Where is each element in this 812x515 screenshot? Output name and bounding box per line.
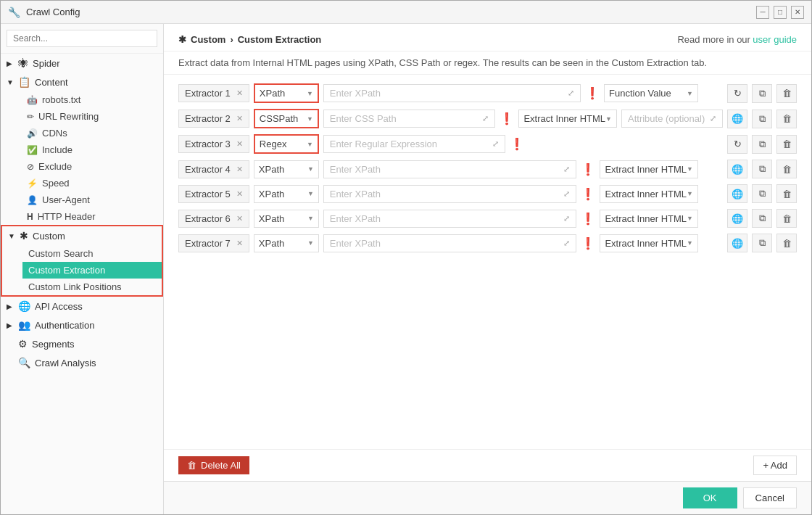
path-input[interactable]: Enter XPath ⤢ [323,160,577,178]
copy-button[interactable]: ⧉ [752,234,772,252]
type-select[interactable]: XPath ▼ [254,83,319,103]
refresh-button[interactable]: ↻ [727,84,747,103]
remove-extractor-button[interactable]: ✕ [236,139,243,149]
title-bar-left: 🔧 Crawl Config [8,7,80,18]
path-input[interactable]: Enter XPath ⤢ [323,185,577,203]
copy-button[interactable]: ⧉ [752,184,772,203]
copy-button[interactable]: ⧉ [752,110,772,128]
sidebar-item-api-access[interactable]: ▶ 🌐 API Access [1,297,163,316]
path-input[interactable]: Enter XPath ⤢ [323,84,581,102]
type-value: Regex [260,139,287,149]
expand-icon[interactable]: ⤢ [563,214,570,223]
sidebar-item-custom[interactable]: ▼ ✱ Custom [2,226,162,245]
path-input[interactable]: Enter XPath ⤢ [323,210,577,228]
delete-button[interactable]: 🗑 [776,234,797,252]
minimize-button[interactable]: ─ [756,6,769,19]
sidebar-child-label: User-Agent [42,194,90,205]
type-select[interactable]: XPath ▼ [254,234,319,252]
remove-extractor-button[interactable]: ✕ [236,239,243,248]
delete-button[interactable]: 🗑 [776,184,797,203]
function-select[interactable]: Extract Inner HTML ▼ [600,210,698,228]
sidebar-item-label: Crawl Analysis [35,358,157,368]
error-icon: ❗ [581,212,595,226]
remove-extractor-button[interactable]: ✕ [236,165,243,174]
expand-icon[interactable]: ⤢ [563,239,570,248]
expand-icon[interactable]: ⤢ [482,114,489,123]
content-children: 🤖 robots.txt ✏ URL Rewriting 🔊 CDNs ✅ In… [1,91,163,225]
expand-icon[interactable]: ⤢ [492,139,499,149]
remove-extractor-button[interactable]: ✕ [236,114,243,123]
expand-icon[interactable]: ⤢ [563,165,570,174]
sidebar-item-cdns[interactable]: 🔊 CDNs [21,125,163,141]
user-guide-text: Read more in our [677,34,750,45]
path-input[interactable]: Enter Regular Expression ⤢ [323,135,506,153]
sidebar-item-url-rewriting[interactable]: ✏ URL Rewriting [21,108,163,125]
sidebar-item-http-header[interactable]: H HTTP Header [21,208,163,225]
maximize-button[interactable]: □ [774,6,787,19]
delete-button[interactable]: 🗑 [776,110,797,128]
speed-icon: ⚡ [27,178,38,189]
ok-button[interactable]: OK [683,487,737,508]
close-button[interactable]: ✕ [791,6,804,19]
sidebar-item-exclude[interactable]: ⊘ Exclude [21,158,163,175]
sidebar-item-custom-extraction[interactable]: Custom Extraction [22,262,162,279]
sidebar-item-custom-search[interactable]: Custom Search [22,245,162,262]
sidebar-item-robots[interactable]: 🤖 robots.txt [21,91,163,108]
globe-button[interactable]: 🌐 [727,234,747,252]
delete-button[interactable]: 🗑 [776,160,797,178]
delete-all-button[interactable]: 🗑 Delete All [178,456,249,474]
remove-extractor-button[interactable]: ✕ [236,189,243,199]
sidebar-item-spider[interactable]: ▶ 🕷 Spider [1,54,163,73]
type-select[interactable]: Regex ▼ [254,134,319,154]
delete-button[interactable]: 🗑 [776,135,797,154]
copy-button[interactable]: ⧉ [752,135,772,154]
function-select[interactable]: Extract Inner HTML ▼ [600,160,698,178]
type-select[interactable]: XPath ▼ [254,210,319,228]
sidebar-item-speed[interactable]: ⚡ Speed [21,175,163,191]
sidebar-item-include[interactable]: ✅ Include [21,141,163,158]
function-select[interactable]: Extract Inner HTML ▼ [518,110,617,128]
dropdown-arrow-icon: ▼ [687,165,693,173]
function-select[interactable]: Function Value ▼ [604,84,698,102]
delete-button[interactable]: 🗑 [776,84,797,103]
type-select[interactable]: CSSPath ▼ [254,109,319,128]
sidebar-child-label: Custom Extraction [28,265,105,276]
globe-button[interactable]: 🌐 [727,160,747,178]
search-input[interactable] [7,30,157,47]
function-value: Function Value [609,88,671,99]
delete-button[interactable]: 🗑 [776,209,797,228]
sidebar-item-authentication[interactable]: ▶ 👥 Authentication [1,316,163,334]
add-button[interactable]: + Add [753,456,797,475]
function-select[interactable]: Extract Inner HTML ▼ [600,185,698,203]
attribute-input[interactable]: Attribute (optional) ⤢ [621,110,723,128]
extractor-list: Extractor 1 ✕ XPath ▼ Enter XPath ⤢ ❗ Fu… [164,75,811,449]
sidebar-item-user-agent[interactable]: 👤 User-Agent [21,191,163,208]
sidebar-item-content[interactable]: ▼ 📋 Content [1,73,163,91]
trash-icon: 🗑 [187,460,196,471]
remove-extractor-button[interactable]: ✕ [236,214,243,223]
path-input[interactable]: Enter CSS Path ⤢ [323,110,496,128]
copy-button[interactable]: ⧉ [752,84,772,103]
user-guide-link[interactable]: user guide [753,34,797,45]
function-select[interactable]: Extract Inner HTML ▼ [600,234,698,252]
path-input[interactable]: Enter XPath ⤢ [323,234,577,252]
sidebar-item-crawl-analysis[interactable]: ▶ 🔍 Crawl Analysis [1,353,163,372]
placeholder-text: Enter XPath [330,164,381,175]
globe-button[interactable]: 🌐 [727,110,747,128]
search-box [1,24,163,54]
copy-button[interactable]: ⧉ [752,160,772,178]
sidebar-item-segments[interactable]: ▶ ⚙ Segments [1,334,163,353]
expand-icon[interactable]: ⤢ [568,88,574,98]
cancel-button[interactable]: Cancel [743,487,797,508]
globe-button[interactable]: 🌐 [727,184,747,203]
type-select[interactable]: XPath ▼ [254,185,319,203]
globe-button[interactable]: 🌐 [727,209,747,228]
remove-extractor-button[interactable]: ✕ [236,88,243,98]
expand-icon[interactable]: ⤢ [563,189,570,199]
type-select[interactable]: XPath ▼ [254,160,319,178]
expand-icon[interactable]: ⤢ [710,114,716,123]
copy-button[interactable]: ⧉ [752,209,772,228]
refresh-button[interactable]: ↻ [727,135,747,154]
sidebar-item-custom-link-positions[interactable]: Custom Link Positions [22,279,162,295]
robots-icon: 🤖 [27,95,38,105]
